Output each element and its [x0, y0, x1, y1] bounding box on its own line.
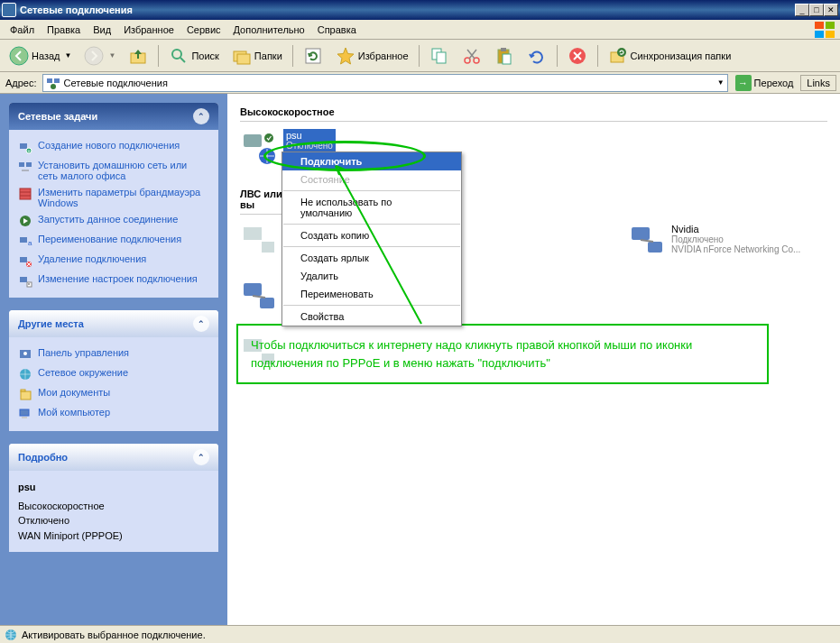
folders-button[interactable]: Папки — [226, 42, 288, 69]
separator — [158, 45, 159, 67]
detail-device: WAN Miniport (PPPOE) — [18, 528, 209, 544]
menu-edit[interactable]: Правка — [41, 23, 87, 37]
svg-rect-10 — [237, 54, 250, 64]
task-start-connection[interactable]: Запустить данное соединение — [18, 211, 209, 231]
links-button[interactable]: Links — [800, 75, 836, 91]
separator — [597, 45, 598, 67]
task-delete[interactable]: Удаление подключения — [18, 251, 209, 271]
firewall-icon — [18, 187, 32, 201]
svg-rect-52 — [20, 409, 29, 416]
connection-status: Отключено — [286, 141, 333, 151]
menu-tools[interactable]: Сервис — [180, 23, 227, 37]
go-label: Переход — [754, 78, 794, 88]
undo-button[interactable] — [522, 42, 552, 69]
task-home-network[interactable]: Установить домашнюю сеть или сеть малого… — [18, 157, 209, 184]
svg-rect-2 — [815, 31, 824, 38]
maximize-button[interactable]: □ — [809, 4, 824, 16]
titlebar: Сетевые подключения _ □ ✕ — [0, 0, 840, 20]
separator — [419, 45, 420, 67]
svg-point-7 — [172, 50, 181, 59]
separator — [557, 45, 558, 67]
separator — [283, 246, 460, 247]
sync-button[interactable]: Синхронизация папки — [603, 42, 737, 69]
network-tasks-header[interactable]: Сетевые задачи ⌃ — [9, 103, 218, 130]
task-label: Изменить параметры брандмауэра Windows — [38, 187, 209, 208]
svg-rect-44 — [20, 277, 27, 282]
svg-rect-62 — [260, 298, 274, 308]
task-settings[interactable]: Изменение настроек подключения — [18, 271, 209, 290]
copy-button[interactable] — [424, 42, 455, 69]
left-panel: Сетевые задачи ⌃ +Создание нового подклю… — [0, 94, 227, 625]
back-button[interactable]: Назад ▼ — [4, 42, 77, 69]
ctx-delete[interactable]: Удалить — [282, 267, 461, 285]
ctx-rename[interactable]: Переименовать — [282, 285, 461, 303]
details-header[interactable]: Подробно ⌃ — [9, 444, 218, 471]
svg-rect-38 — [20, 237, 27, 243]
svg-line-8 — [180, 58, 185, 62]
address-input[interactable]: Сетевые подключения ▼ — [42, 74, 728, 92]
separator — [283, 224, 460, 225]
go-icon: → — [735, 75, 752, 91]
link-my-computer[interactable]: Мой компьютер — [18, 404, 209, 424]
cut-button[interactable] — [457, 42, 487, 69]
menu-help[interactable]: Справка — [311, 23, 363, 37]
other-places-header[interactable]: Другие места ⌃ — [9, 310, 218, 337]
menu-favorites[interactable]: Избранное — [117, 23, 180, 37]
paste-button[interactable] — [489, 42, 520, 69]
ctx-properties[interactable]: Свойства — [282, 308, 461, 326]
back-label: Назад — [32, 51, 60, 61]
copy-icon — [429, 46, 449, 66]
detail-status: Отключено — [18, 513, 209, 528]
address-label: Адрес: — [4, 78, 39, 88]
home-network-icon — [18, 160, 32, 174]
windows-logo-icon — [815, 22, 836, 38]
addressbar: Адрес: Сетевые подключения ▼ → Переход L… — [0, 72, 840, 94]
menubar: Файл Правка Вид Избранное Сервис Дополни… — [0, 20, 840, 40]
task-rename[interactable]: abПереименование подключения — [18, 231, 209, 251]
network-tasks-body: +Создание нового подключения Установить … — [9, 130, 218, 298]
connection-device: NVIDIA nForce Networking Co... — [671, 244, 800, 254]
link-control-panel[interactable]: Панель управления — [18, 344, 209, 364]
menu-file[interactable]: Файл — [4, 23, 41, 37]
menu-view[interactable]: Вид — [87, 23, 117, 37]
link-network-places[interactable]: Сетевое окружение — [18, 364, 209, 384]
ctx-connect[interactable]: Подключить — [282, 152, 461, 170]
connection-name: psu — [286, 130, 333, 141]
task-new-connection[interactable]: +Создание нового подключения — [18, 137, 209, 157]
up-button[interactable] — [123, 42, 153, 69]
other-places-panel: Другие места ⌃ Панель управления Сетевое… — [9, 310, 218, 431]
window-title: Сетевые подключения — [20, 5, 795, 15]
chevron-up-icon: ⌃ — [193, 108, 209, 124]
refresh-button[interactable] — [298, 42, 328, 69]
search-button[interactable]: Поиск — [163, 42, 224, 69]
svg-point-4 — [10, 47, 28, 65]
connection-nvidia[interactable]: Nvidia Подключено NVIDIA nForce Networki… — [628, 222, 808, 260]
scissors-icon — [462, 46, 482, 66]
go-button[interactable]: → Переход — [732, 73, 798, 93]
dropdown-icon[interactable]: ▼ — [717, 78, 725, 87]
lan-icon — [628, 222, 666, 260]
link-my-documents[interactable]: Мои документы — [18, 384, 209, 404]
ctx-shortcut[interactable]: Создать ярлык — [282, 249, 461, 267]
svg-rect-26 — [47, 78, 52, 83]
svg-text:+: + — [27, 148, 31, 153]
back-icon — [9, 46, 29, 66]
ctx-nodefault[interactable]: Не использовать по умолчанию — [282, 193, 461, 222]
favorites-button[interactable]: Избранное — [330, 42, 414, 69]
toolbar: Назад ▼ ▼ Поиск Папки Избранное — [0, 40, 840, 72]
network-tasks-panel: Сетевые задачи ⌃ +Создание нового подклю… — [9, 103, 218, 298]
detail-name: psu — [18, 480, 209, 495]
task-label: Установить домашнюю сеть или сеть малого… — [38, 160, 209, 181]
clipboard-icon — [494, 46, 514, 66]
svg-rect-13 — [437, 52, 446, 63]
svg-point-25 — [617, 48, 626, 57]
svg-rect-20 — [503, 54, 511, 64]
separator — [283, 190, 460, 191]
ctx-copy[interactable]: Создать копию — [282, 226, 461, 244]
minimize-button[interactable]: _ — [795, 4, 809, 16]
menu-extra[interactable]: Дополнительно — [227, 23, 311, 37]
connection-text: psu Отключено — [283, 129, 336, 152]
close-button[interactable]: ✕ — [824, 4, 838, 16]
delete-button[interactable] — [562, 42, 593, 69]
task-firewall[interactable]: Изменить параметры брандмауэра Windows — [18, 184, 209, 211]
